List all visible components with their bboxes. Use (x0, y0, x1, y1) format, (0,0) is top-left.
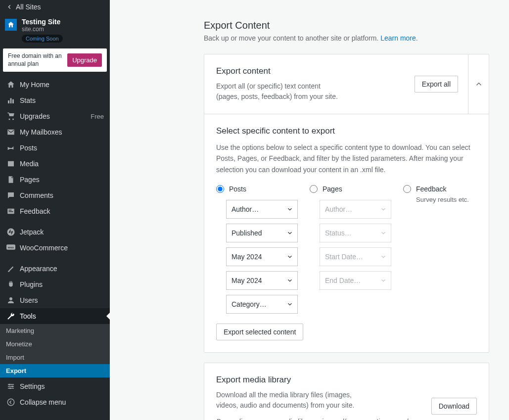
sidebar-item-feedback[interactable]: Feedback (0, 203, 110, 219)
export-media-header: Export media library Download all the me… (204, 363, 489, 420)
sidebar-item-label: Collapse menu (20, 398, 66, 406)
comments-icon (6, 190, 16, 200)
pages-status-select: Status… (320, 224, 391, 242)
chevron-down-icon (380, 277, 387, 284)
download-button[interactable]: Download (431, 398, 477, 415)
sidebar-item-my-home[interactable]: My Home (0, 77, 110, 93)
pages-radio[interactable] (310, 185, 318, 193)
brush-icon (6, 264, 16, 274)
site-selector[interactable]: Testing Site site.com Coming Soon (0, 14, 110, 44)
svg-rect-1 (10, 98, 12, 104)
sidebar: All Sites Testing Site site.com Coming S… (0, 0, 110, 420)
woocommerce-icon: woo (6, 243, 16, 253)
pin-icon (6, 143, 16, 153)
svg-point-6 (7, 229, 15, 236)
export-content-body: Select specific content to export Use th… (204, 114, 489, 352)
media-note1: Depending on your media library size and… (216, 418, 410, 420)
upgrade-button[interactable]: Upgrade (67, 53, 102, 67)
sidebar-item-jetpack[interactable]: Jetpack (0, 224, 110, 240)
sidebar-item-label: Settings (20, 382, 45, 390)
feedback-radio-label[interactable]: Feedback (403, 185, 477, 193)
feedback-subtext: Survey results etc. (416, 196, 477, 203)
sidebar-item-label: My Mailboxes (20, 128, 62, 136)
pages-author-select: Author… (320, 200, 391, 219)
select-value: Start Date… (325, 253, 363, 261)
posts-start-select[interactable]: May 2024 (226, 247, 298, 266)
export-media-title: Export media library (216, 375, 431, 385)
feedback-label-text: Feedback (416, 185, 446, 193)
feedback-radio[interactable] (403, 185, 411, 193)
home-icon (6, 80, 16, 90)
posts-author-select[interactable]: Author… (226, 200, 298, 219)
nav-list-footer: Settings Collapse menu (0, 378, 110, 410)
submenu-export[interactable]: Export (0, 364, 110, 377)
nav-list: My Home Stats Upgrades Free My Mailboxes… (0, 77, 110, 324)
sidebar-item-mailboxes[interactable]: My Mailboxes (0, 124, 110, 140)
posts-radio-label[interactable]: Posts (216, 185, 298, 193)
main-content: Export Content Back up or move your cont… (110, 0, 509, 420)
select-value: Category… (231, 300, 267, 308)
submenu-marketing[interactable]: Marketing (0, 324, 110, 337)
chevron-down-icon (380, 253, 387, 260)
content-types-row: Posts Author… Published May 2024 (216, 185, 477, 319)
home-icon (7, 21, 15, 29)
sidebar-item-pages[interactable]: Pages (0, 172, 110, 187)
all-sites-link[interactable]: All Sites (0, 0, 110, 14)
sidebar-item-comments[interactable]: Comments (0, 187, 110, 203)
sidebar-item-posts[interactable]: Posts (0, 140, 110, 156)
learn-more-link[interactable]: Learn more (380, 34, 416, 42)
select-value: May 2024 (231, 253, 262, 261)
sidebar-item-label: Media (20, 160, 39, 168)
cart-icon (6, 111, 16, 121)
chevron-down-icon (380, 206, 387, 213)
svg-point-9 (9, 297, 12, 300)
chevron-up-icon (474, 80, 483, 89)
sidebar-item-tools[interactable]: Tools (0, 308, 110, 324)
sidebar-item-woocommerce[interactable]: woo WooCommerce (0, 240, 110, 256)
submenu-import[interactable]: Import (0, 351, 110, 364)
sidebar-item-plugins[interactable]: Plugins (0, 277, 110, 292)
svg-point-15 (9, 387, 11, 389)
export-all-button[interactable]: Export all (415, 76, 458, 93)
posts-category-select[interactable]: Category… (226, 295, 298, 314)
posts-radio[interactable] (216, 185, 224, 193)
pages-end-select: End Date… (320, 271, 391, 290)
site-icon (5, 19, 17, 31)
posts-status-select[interactable]: Published (226, 224, 298, 242)
svg-text:woo: woo (7, 246, 14, 249)
jetpack-icon (6, 227, 16, 237)
chevron-down-icon (286, 253, 293, 260)
export-content-card: Export content Export all (or specific) … (204, 54, 489, 353)
pages-start-select: Start Date… (320, 247, 391, 266)
site-title: Testing Site (22, 18, 63, 26)
export-selected-button[interactable]: Export selected content (216, 324, 303, 340)
pages-label-text: Pages (323, 185, 342, 193)
sidebar-item-settings[interactable]: Settings (0, 378, 110, 394)
site-domain: site.com (22, 26, 63, 33)
collapse-section-toggle[interactable] (468, 54, 489, 114)
sidebar-item-media[interactable]: Media (0, 156, 110, 172)
collapse-menu[interactable]: Collapse menu (0, 394, 110, 410)
sidebar-item-appearance[interactable]: Appearance (0, 261, 110, 277)
sidebar-item-stats[interactable]: Stats (0, 93, 110, 108)
promo-card: Free domain with an annual plan Upgrade (3, 48, 107, 72)
export-media-card: Export media library Download all the me… (204, 363, 489, 420)
export-content-title: Export content (216, 66, 415, 76)
chevron-down-icon (286, 230, 293, 236)
sidebar-item-users[interactable]: Users (0, 292, 110, 308)
media-desc1: Download all the media library files (im… (216, 391, 352, 399)
submenu-monetize[interactable]: Monetize (0, 337, 110, 351)
page-subtitle: Back up or move your content to another … (204, 34, 489, 42)
posts-label-text: Posts (229, 185, 246, 193)
page-title: Export Content (204, 20, 489, 31)
pages-radio-label[interactable]: Pages (310, 185, 391, 193)
content-type-posts: Posts Author… Published May 2024 (216, 185, 298, 319)
sidebar-item-upgrades[interactable]: Upgrades Free (0, 108, 110, 124)
users-icon (6, 295, 16, 305)
plug-icon (6, 280, 16, 289)
feedback-icon (6, 206, 16, 216)
media-desc2: videos, audio and documents) from your s… (216, 401, 354, 409)
site-status-badge: Coming Soon (22, 35, 63, 43)
svg-rect-5 (9, 211, 13, 212)
posts-end-select[interactable]: May 2024 (226, 271, 298, 290)
